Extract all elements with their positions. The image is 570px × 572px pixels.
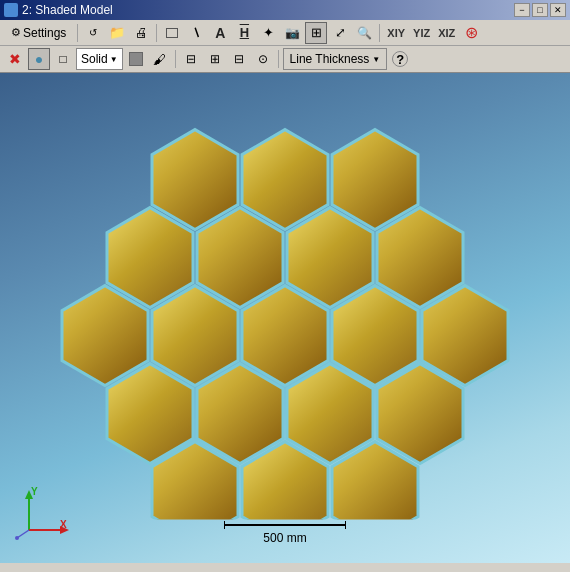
titlebar-buttons: − □ ✕: [514, 3, 566, 17]
window-icon: [4, 3, 18, 17]
rectangle-tool[interactable]: [161, 22, 183, 44]
color-swatch: [129, 52, 143, 66]
h-icon: H: [240, 25, 249, 40]
grid-tool[interactable]: ⊞: [305, 22, 327, 44]
camera-icon: 📷: [285, 26, 300, 40]
toolbar-row-2: ✖ ● □ Solid ▼ 🖌 ⊟ ⊞ ⊟ ⊙ Lin: [0, 46, 570, 72]
zoom-icon: 🔍: [357, 26, 372, 40]
clip-icon: ⊞: [210, 52, 220, 66]
clip-button[interactable]: ⊞: [204, 48, 226, 70]
viewport[interactable]: .hex { stroke: #6ab0c8; stroke-width: 2.…: [0, 73, 570, 563]
print-button[interactable]: 🖨: [130, 22, 152, 44]
svg-text:Y: Y: [31, 486, 38, 497]
thickness-text: Thickness: [315, 52, 369, 66]
settings-icon: ⚙: [11, 26, 21, 39]
color-swatch-button[interactable]: [125, 48, 147, 70]
section-icon: ⊟: [186, 52, 196, 66]
navcube-icon: ⊛: [465, 23, 478, 42]
target-icon: ✦: [263, 25, 274, 40]
separator-2: [156, 24, 157, 42]
xiz-label[interactable]: XIZ: [435, 26, 458, 40]
scale-label: 500 mm: [263, 531, 306, 545]
xiy-label[interactable]: XIY: [384, 26, 408, 40]
settings-button[interactable]: ⚙ Settings: [4, 22, 73, 44]
grid-icon: ⊞: [311, 25, 322, 40]
paint-button[interactable]: 🖌: [149, 48, 171, 70]
refresh-button[interactable]: ↺: [82, 22, 104, 44]
separator-1: [77, 24, 78, 42]
print-icon: 🖨: [135, 25, 148, 40]
measure-button[interactable]: ⊙: [252, 48, 274, 70]
minimize-button[interactable]: −: [514, 3, 530, 17]
help-button[interactable]: ?: [389, 48, 411, 70]
target-tool[interactable]: ✦: [257, 22, 279, 44]
axis-indicator: Y X: [14, 485, 69, 543]
measure-icon: ⊙: [258, 52, 268, 66]
scale-line: [225, 524, 345, 526]
explode-icon: ⊟: [234, 52, 244, 66]
close-button[interactable]: ✕: [550, 3, 566, 17]
text-bold-tool[interactable]: A: [209, 22, 231, 44]
settings-label: Settings: [23, 26, 66, 40]
separator-4: [175, 50, 176, 68]
svg-point-35: [15, 536, 19, 540]
xyz-labels: XIY YIZ XIZ: [384, 26, 458, 40]
rectangle-icon: [166, 28, 178, 38]
solid-dropdown[interactable]: Solid ▼: [76, 48, 123, 70]
titlebar: 2: Shaded Model − □ ✕: [0, 0, 570, 20]
line-icon: /: [191, 25, 202, 40]
shaded-icon: ●: [35, 51, 43, 67]
nav-cube-button[interactable]: ⊛: [460, 22, 482, 44]
camera-tool[interactable]: 📷: [281, 22, 303, 44]
folder-icon: 📁: [109, 25, 125, 40]
refresh-icon: ↺: [89, 27, 97, 38]
explode-button[interactable]: ⊟: [228, 48, 250, 70]
separator-5: [278, 50, 279, 68]
shaded-view-button[interactable]: ●: [28, 48, 50, 70]
hexagons-svg: [55, 100, 515, 520]
open-button[interactable]: 📁: [106, 22, 128, 44]
separator-3: [379, 24, 380, 42]
line-thickness-button[interactable]: Line Line Thickness Thickness ▼: [283, 48, 388, 70]
maximize-button[interactable]: □: [532, 3, 548, 17]
paint-icon: 🖌: [153, 52, 166, 67]
solid-label: Solid: [81, 52, 108, 66]
expand-icon: ⤢: [335, 25, 346, 40]
section-view-button[interactable]: ⊟: [180, 48, 202, 70]
axis-svg: Y X: [14, 485, 69, 540]
text-h-tool[interactable]: H: [233, 22, 255, 44]
window-title: 2: Shaded Model: [22, 3, 113, 17]
zoom-tool[interactable]: 🔍: [353, 22, 375, 44]
close-view-button[interactable]: ✖: [4, 48, 26, 70]
wireframe-icon: □: [59, 52, 66, 66]
toolbar-container: ⚙ Settings ↺ 📁 🖨 / A H ✦ 📷: [0, 20, 570, 73]
line-tool[interactable]: /: [185, 22, 207, 44]
scale-bar: 500 mm: [224, 521, 346, 545]
toolbar-row-1: ⚙ Settings ↺ 📁 🖨 / A H ✦ 📷: [0, 20, 570, 46]
yiz-label[interactable]: YIZ: [410, 26, 433, 40]
expand-tool[interactable]: ⤢: [329, 22, 351, 44]
scale-tick-right: [345, 521, 346, 529]
dropdown-arrow: ▼: [110, 55, 118, 64]
wireframe-button[interactable]: □: [52, 48, 74, 70]
help-icon: ?: [392, 51, 408, 67]
line-thickness-label: Line: [290, 52, 313, 66]
bold-a-icon: A: [215, 25, 225, 41]
svg-line-34: [17, 530, 29, 538]
svg-text:X: X: [60, 519, 67, 530]
thickness-arrow: ▼: [372, 55, 380, 64]
